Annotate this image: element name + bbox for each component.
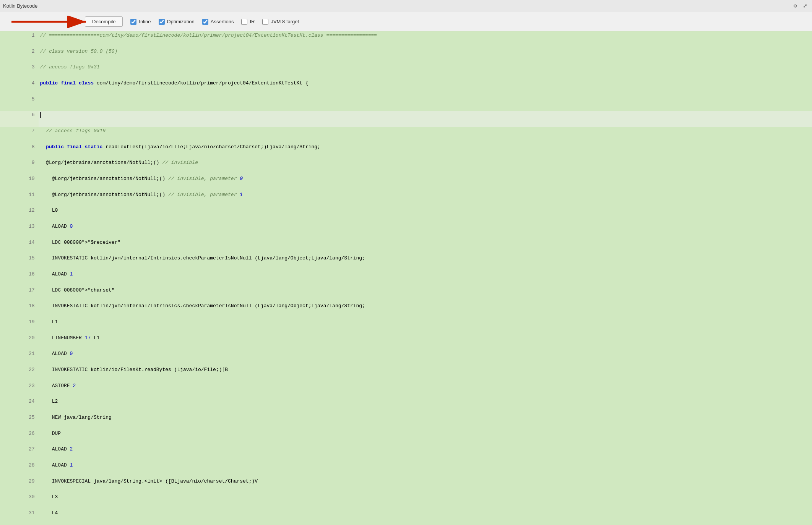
inline-checkbox[interactable] bbox=[130, 19, 136, 25]
table-row: 17 LDC 008000">"charset" bbox=[0, 286, 812, 302]
code-cell: L1 bbox=[39, 318, 812, 334]
code-cell: @Lorg/jetbrains/annotations/NotNull;() /… bbox=[39, 175, 812, 191]
title-bar-actions: ⚙ ⤢ bbox=[791, 2, 809, 10]
line-number: 12 bbox=[0, 206, 39, 222]
table-row: 15 INVOKESTATIC kotlin/jvm/internal/Intr… bbox=[0, 254, 812, 270]
line-number: 24 bbox=[0, 397, 39, 413]
line-number: 15 bbox=[0, 254, 39, 270]
line-number: 9 bbox=[0, 159, 39, 175]
table-row: 6 bbox=[0, 111, 812, 127]
line-number: 26 bbox=[0, 429, 39, 446]
table-row: 1// =================com/tiny/demo/first… bbox=[0, 31, 812, 47]
code-cell: @Lorg/jetbrains/annotations/NotNull;() /… bbox=[39, 159, 812, 175]
line-number: 31 bbox=[0, 509, 39, 525]
ir-label: IR bbox=[250, 19, 255, 24]
table-row: 27 ALOAD 2 bbox=[0, 445, 812, 461]
line-number: 1 bbox=[0, 31, 39, 47]
table-row: 18 INVOKESTATIC kotlin/jvm/internal/Intr… bbox=[0, 302, 812, 318]
code-cell: ALOAD 2 bbox=[39, 445, 812, 461]
line-number: 16 bbox=[0, 270, 39, 286]
line-number: 7 bbox=[0, 127, 39, 143]
optimization-label: Optimization bbox=[167, 19, 195, 24]
line-number: 30 bbox=[0, 493, 39, 509]
code-area: 1// =================com/tiny/demo/first… bbox=[0, 31, 812, 525]
code-cell: LINENUMBER 17 L1 bbox=[39, 334, 812, 350]
table-row: 13 ALOAD 0 bbox=[0, 222, 812, 238]
table-row: 10 @Lorg/jetbrains/annotations/NotNull;(… bbox=[0, 175, 812, 191]
table-row: 26 DUP bbox=[0, 429, 812, 446]
line-number: 25 bbox=[0, 413, 39, 429]
line-number: 5 bbox=[0, 95, 39, 111]
table-row: 9 @Lorg/jetbrains/annotations/NotNull;()… bbox=[0, 159, 812, 175]
line-number: 21 bbox=[0, 350, 39, 366]
code-cell: L3 bbox=[39, 493, 812, 509]
line-number: 6 bbox=[0, 111, 39, 127]
optimization-checkbox-group[interactable]: Optimization bbox=[159, 19, 195, 25]
toolbar: Decompile Inline Optimization Assertions… bbox=[0, 12, 812, 31]
code-cell: L0 bbox=[39, 206, 812, 222]
ir-checkbox-group[interactable]: IR bbox=[241, 19, 255, 25]
code-cell: // =================com/tiny/demo/firstl… bbox=[39, 31, 812, 47]
code-cell: L2 bbox=[39, 397, 812, 413]
code-cell: INVOKESTATIC kotlin/jvm/internal/Intrins… bbox=[39, 302, 812, 318]
code-cell bbox=[39, 111, 812, 127]
optimization-checkbox[interactable] bbox=[159, 19, 165, 25]
jvm8target-checkbox[interactable] bbox=[262, 19, 268, 25]
table-row: 12 L0 bbox=[0, 206, 812, 222]
jvm8target-checkbox-group[interactable]: JVM 8 target bbox=[262, 19, 299, 25]
table-row: 3// access flags 0x31 bbox=[0, 63, 812, 79]
inline-checkbox-group[interactable]: Inline bbox=[130, 19, 151, 25]
line-number: 28 bbox=[0, 461, 39, 477]
table-row: 31 L4 bbox=[0, 509, 812, 525]
line-number: 19 bbox=[0, 318, 39, 334]
line-number: 22 bbox=[0, 366, 39, 382]
code-cell: ALOAD 0 bbox=[39, 350, 812, 366]
table-row: 8 public final static readTextTest(Ljava… bbox=[0, 143, 812, 159]
ir-checkbox[interactable] bbox=[241, 19, 247, 25]
line-number: 23 bbox=[0, 382, 39, 398]
arrow-indicator bbox=[8, 16, 92, 28]
code-cell: ASTORE 2 bbox=[39, 382, 812, 398]
code-cell: ALOAD 1 bbox=[39, 461, 812, 477]
line-number: 14 bbox=[0, 238, 39, 254]
assertions-checkbox-group[interactable]: Assertions bbox=[202, 19, 234, 25]
table-row: 19 L1 bbox=[0, 318, 812, 334]
table-row: 4public final class com/tiny/demo/firstl… bbox=[0, 79, 812, 95]
code-cell: INVOKESTATIC kotlin/io/FilesKt.readBytes… bbox=[39, 366, 812, 382]
code-table: 1// =================com/tiny/demo/first… bbox=[0, 31, 812, 525]
code-cell: DUP bbox=[39, 429, 812, 446]
line-number: 18 bbox=[0, 302, 39, 318]
line-number: 17 bbox=[0, 286, 39, 302]
table-row: 23 ASTORE 2 bbox=[0, 382, 812, 398]
code-cell: public final static readTextTest(Ljava/i… bbox=[39, 143, 812, 159]
jvm8target-label: JVM 8 target bbox=[271, 19, 299, 24]
table-row: 5 bbox=[0, 95, 812, 111]
window-title: Kotlin Bytecode bbox=[3, 3, 37, 9]
table-row: 28 ALOAD 1 bbox=[0, 461, 812, 477]
table-row: 14 LDC 008000">"$receiver" bbox=[0, 238, 812, 254]
line-number: 29 bbox=[0, 477, 39, 493]
line-number: 8 bbox=[0, 143, 39, 159]
line-number: 20 bbox=[0, 334, 39, 350]
code-cell: LDC 008000">"charset" bbox=[39, 286, 812, 302]
table-row: 29 INVOKESPECIAL java/lang/String.<init>… bbox=[0, 477, 812, 493]
expand-icon[interactable]: ⤢ bbox=[801, 2, 809, 10]
code-cell: @Lorg/jetbrains/annotations/NotNull;() /… bbox=[39, 191, 812, 207]
table-row: 2// class version 50.0 (50) bbox=[0, 47, 812, 63]
table-row: 16 ALOAD 1 bbox=[0, 270, 812, 286]
code-cell: // access flags 0x31 bbox=[39, 63, 812, 79]
settings-icon[interactable]: ⚙ bbox=[791, 2, 799, 10]
title-bar: Kotlin Bytecode ⚙ ⤢ bbox=[0, 0, 812, 12]
line-number: 10 bbox=[0, 175, 39, 191]
assertions-checkbox[interactable] bbox=[202, 19, 208, 25]
table-row: 11 @Lorg/jetbrains/annotations/NotNull;(… bbox=[0, 191, 812, 207]
code-cell: // class version 50.0 (50) bbox=[39, 47, 812, 63]
table-row: 24 L2 bbox=[0, 397, 812, 413]
table-row: 21 ALOAD 0 bbox=[0, 350, 812, 366]
table-row: 20 LINENUMBER 17 L1 bbox=[0, 334, 812, 350]
code-cell: L4 bbox=[39, 509, 812, 525]
text-cursor bbox=[40, 112, 41, 118]
code-cell: INVOKESTATIC kotlin/jvm/internal/Intrins… bbox=[39, 254, 812, 270]
inline-label: Inline bbox=[139, 19, 151, 24]
code-cell: LDC 008000">"$receiver" bbox=[39, 238, 812, 254]
